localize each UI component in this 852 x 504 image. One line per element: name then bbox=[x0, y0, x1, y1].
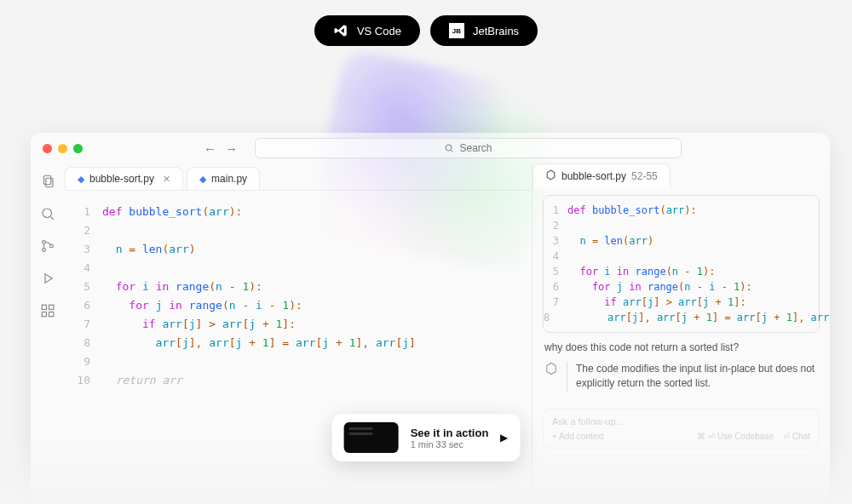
chat-tab-range: 52-55 bbox=[631, 170, 658, 182]
svg-rect-2 bbox=[46, 178, 53, 187]
code-content: arr[j], arr[j + 1] = arr[j + 1], arr[j] bbox=[102, 334, 416, 352]
debug-icon[interactable] bbox=[40, 271, 55, 286]
code-content: for j in range(n - i - 1): bbox=[102, 296, 302, 315]
code-content: if arr[j] > arr[j + 1]: bbox=[102, 315, 296, 334]
tab-label: main.py bbox=[211, 173, 247, 185]
line-number: 8 bbox=[65, 334, 102, 352]
code-line: 5 for i in range(n - 1): bbox=[65, 278, 532, 296]
vscode-button[interactable]: VS Code bbox=[314, 15, 420, 46]
chat-context-tab[interactable]: bubble-sort.py 52-55 bbox=[532, 163, 671, 188]
traffic-lights bbox=[43, 144, 83, 153]
titlebar: ← → Search bbox=[31, 133, 830, 163]
line-number: 2 bbox=[544, 218, 567, 233]
line-number: 5 bbox=[65, 278, 102, 296]
line-number: 2 bbox=[65, 221, 102, 240]
search-placeholder: Search bbox=[459, 142, 492, 154]
line-number: 6 bbox=[544, 279, 567, 295]
files-icon[interactable] bbox=[40, 174, 55, 189]
followup-placeholder: Ask a follow-up... bbox=[552, 416, 810, 427]
svg-point-6 bbox=[50, 244, 54, 248]
chat-question: why does this code not return a sorted l… bbox=[532, 341, 830, 362]
ide-buttons-row: VS Code JB JetBrains bbox=[0, 15, 852, 46]
code-line: 4 bbox=[544, 249, 819, 264]
search-icon bbox=[444, 143, 454, 153]
editor-tabs: ◆ bubble-sort.py ✕ ◆ main.py bbox=[65, 163, 532, 191]
use-codebase-hint[interactable]: ⌘ ⏎ Use Codebase bbox=[697, 432, 774, 441]
svg-point-4 bbox=[43, 241, 46, 244]
code-line: 3 n = len(arr) bbox=[544, 233, 819, 249]
code-line: 7 if arr[j] > arr[j + 1]: bbox=[544, 295, 819, 310]
line-number: 10 bbox=[65, 371, 102, 390]
code-content: n = len(arr) bbox=[567, 233, 653, 249]
line-number: 7 bbox=[544, 295, 567, 310]
code-content: for j in range(n - i - 1): bbox=[567, 279, 752, 295]
chat-answer-row: The code modifies the input list in-plac… bbox=[532, 362, 830, 392]
code-line: 8 arr[j], arr[j + 1] = arr[j + 1], arr[j… bbox=[544, 310, 819, 325]
minimize-dot[interactable] bbox=[58, 144, 67, 153]
code-line: 4 bbox=[65, 259, 532, 278]
add-context-hint[interactable]: + Add context bbox=[552, 432, 604, 441]
jetbrains-icon: JB bbox=[449, 23, 464, 38]
code-line: 6 for j in range(n - i - 1): bbox=[65, 296, 532, 315]
forward-arrow-icon[interactable]: → bbox=[225, 141, 238, 156]
close-dot[interactable] bbox=[43, 144, 52, 153]
code-content: def bubble_sort(arr): bbox=[102, 203, 242, 221]
code-content: for i in range(n - 1): bbox=[567, 264, 715, 279]
search-input[interactable]: Search bbox=[255, 138, 682, 158]
svg-rect-8 bbox=[49, 305, 54, 309]
vscode-label: VS Code bbox=[357, 25, 401, 37]
code-line: 3 n = len(arr) bbox=[65, 240, 532, 259]
action-subtitle: 1 min 33 sec bbox=[411, 439, 489, 450]
chat-submit-hint[interactable]: ⏎ Chat bbox=[783, 432, 810, 441]
code-content: for i in range(n - 1): bbox=[102, 278, 262, 296]
chat-panel: bubble-sort.py 52-55 1def bubble_sort(ar… bbox=[532, 163, 830, 499]
code-line: 8 arr[j], arr[j + 1] = arr[j + 1], arr[j… bbox=[65, 334, 532, 352]
jetbrains-label: JetBrains bbox=[473, 25, 519, 37]
video-thumbnail bbox=[344, 422, 399, 453]
line-number: 9 bbox=[65, 352, 102, 371]
code-line: 1def bubble_sort(arr): bbox=[544, 203, 819, 218]
line-number: 1 bbox=[544, 203, 567, 218]
nav-arrows: ← → bbox=[204, 141, 238, 156]
line-number: 6 bbox=[65, 296, 102, 315]
line-number: 1 bbox=[65, 203, 102, 221]
code-line: 1def bubble_sort(arr): bbox=[65, 203, 532, 221]
search-sidebar-icon[interactable] bbox=[40, 206, 55, 221]
code-line: 2 bbox=[65, 221, 532, 240]
svg-point-5 bbox=[43, 249, 46, 252]
vscode-icon bbox=[333, 23, 348, 38]
play-icon: ▶ bbox=[500, 432, 508, 444]
source-control-icon[interactable] bbox=[40, 238, 55, 254]
back-arrow-icon[interactable]: ← bbox=[204, 141, 216, 156]
chat-tab-label: bubble-sort.py bbox=[561, 170, 626, 182]
line-number: 8 bbox=[544, 310, 558, 325]
code-content: def bubble_sort(arr): bbox=[567, 203, 697, 218]
chat-answer-text: The code modifies the input list in-plac… bbox=[567, 362, 818, 392]
action-title: See it in action bbox=[411, 427, 489, 439]
svg-rect-9 bbox=[42, 312, 46, 317]
line-number: 5 bbox=[544, 264, 567, 279]
svg-rect-10 bbox=[49, 312, 54, 317]
activity-bar bbox=[31, 163, 65, 499]
code-content: arr[j], arr[j + 1] = arr[j + 1], arr[j] bbox=[558, 310, 830, 325]
assistant-avatar-icon bbox=[544, 362, 558, 377]
close-icon[interactable]: ✕ bbox=[163, 174, 170, 185]
line-number: 3 bbox=[544, 233, 567, 249]
see-it-in-action-card[interactable]: See it in action 1 min 33 sec ▶ bbox=[332, 414, 521, 461]
hexagon-icon bbox=[545, 169, 556, 183]
line-number: 7 bbox=[65, 315, 102, 334]
tab-label: bubble-sort.py bbox=[89, 173, 154, 185]
code-line: 6 for j in range(n - i - 1): bbox=[544, 279, 819, 295]
tab-bubble-sort[interactable]: ◆ bubble-sort.py ✕ bbox=[65, 167, 183, 190]
code-content: if arr[j] > arr[j + 1]: bbox=[567, 295, 746, 310]
jetbrains-button[interactable]: JB JetBrains bbox=[430, 15, 538, 46]
extensions-icon[interactable] bbox=[40, 303, 55, 318]
zoom-dot[interactable] bbox=[73, 144, 83, 153]
code-content: n = len(arr) bbox=[102, 240, 196, 259]
python-icon: ◆ bbox=[199, 174, 206, 185]
tab-main[interactable]: ◆ main.py bbox=[187, 167, 260, 190]
line-number: 3 bbox=[65, 240, 102, 259]
svg-point-3 bbox=[43, 209, 52, 218]
line-number: 4 bbox=[65, 259, 102, 278]
followup-input[interactable]: Ask a follow-up... + Add context ⌘ ⏎ Use… bbox=[543, 409, 820, 449]
